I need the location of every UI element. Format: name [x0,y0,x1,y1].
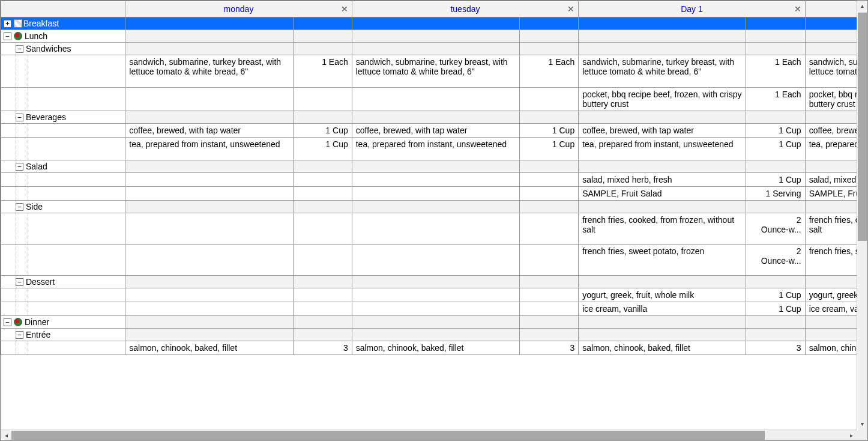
food-row[interactable]: french fries, cooked, from frozen, witho… [1,213,857,245]
qty-cell[interactable]: 1 Serving [746,187,805,201]
qty-num: 2 [797,215,801,225]
qty-cell[interactable]: 1 Cup [746,138,805,160]
food-cell[interactable]: sandwich, submarine, turkey breast, with… [352,55,519,88]
collapse-icon[interactable]: − [16,331,23,339]
qty-cell[interactable]: 1 Cup [746,124,805,138]
food-row[interactable]: ice cream, vanilla 1 Cup ice cream, vani… [1,302,857,316]
food-cell[interactable]: ice cream, vanilla [579,302,746,316]
food-cell[interactable]: coffee, brewed, with tap water [579,124,746,138]
food-row[interactable]: sandwich, submarine, turkey breast, with… [1,55,857,88]
collapse-icon[interactable]: − [16,203,23,211]
meal-row-dinner[interactable]: − Dinner [1,316,857,329]
food-cell[interactable]: sandwich, submarine, turkey breast, with… [805,55,857,88]
food-row[interactable]: coffee, brewed, with tap water 1 Cup cof… [1,124,857,138]
food-cell[interactable]: yogurt, greek, fruit, whole milk [579,288,746,302]
horizontal-scrollbar[interactable]: ◂ ▸ [1,430,857,440]
food-cell[interactable]: sandwich, submarine, turkey breast, with… [125,55,293,88]
food-row[interactable]: SAMPLE, Fruit Salad 1 Serving SAMPLE, Fr… [1,187,857,201]
close-icon[interactable]: ✕ [567,1,574,17]
food-row[interactable]: french fries, sweet potato, frozen 2Ounc… [1,245,857,276]
food-cell[interactable]: coffee, brewed, with tap water [805,124,857,138]
scroll-left-icon[interactable]: ◂ [1,430,11,440]
collapse-icon[interactable]: − [16,45,23,53]
food-row[interactable]: tea, prepared from instant, unsweetened … [1,138,857,160]
food-row[interactable]: salad, mixed herb, fresh 1 Cup salad, mi… [1,173,857,187]
food-row[interactable]: yogurt, greek, fruit, whole milk 1 Cup y… [1,288,857,302]
food-row[interactable]: salmon, chinook, baked, fillet 3 salmon,… [1,341,857,355]
food-cell[interactable]: salad, mixed herb, fresh [805,173,857,187]
category-row-beverages[interactable]: − Beverages [1,111,857,124]
expand-icon[interactable]: + [4,20,11,28]
food-cell[interactable]: salmon, chinook, baked, fillet [125,341,293,355]
qty-cell[interactable]: 1 Each [746,88,805,111]
food-cell[interactable]: tea, prepared from instant, unsweetened [579,138,746,160]
category-row-sandwiches[interactable]: − Sandwiches [1,43,857,55]
scroll-down-icon[interactable]: ▾ [857,419,867,430]
collapse-icon[interactable]: − [16,163,23,171]
qty-cell[interactable]: 1 Cup [520,124,579,138]
scroll-right-icon[interactable]: ▸ [846,430,857,440]
food-cell[interactable]: SAMPLE, Fruit Salad [805,187,857,201]
food-cell[interactable]: pocket, bbq recipe beef, frozen, with cr… [579,88,746,111]
qty-cell[interactable] [520,88,579,111]
food-cell[interactable]: french fries, sweet potato, frozen [579,245,746,276]
collapse-icon[interactable]: − [16,278,23,286]
close-icon[interactable]: ✕ [794,1,801,17]
vertical-scrollbar[interactable]: ▴ ▾ [857,1,867,430]
food-cell[interactable]: ice cream, vanilla [805,302,857,316]
category-row-dessert[interactable]: − Dessert [1,276,857,288]
qty-cell[interactable]: 1 Cup [293,124,352,138]
food-cell[interactable] [352,88,519,111]
food-cell[interactable]: coffee, brewed, with tap water [352,124,519,138]
collapse-icon[interactable]: − [16,114,23,121]
food-cell[interactable]: tea, prepared from instant, unsweetened [352,138,519,160]
food-row[interactable]: pocket, bbq recipe beef, frozen, with cr… [1,88,857,111]
food-cell[interactable]: french fries, cooked, from frozen, witho… [579,213,746,245]
close-icon[interactable]: ✕ [341,1,348,17]
food-cell[interactable]: tea, prepared from instant, unsweetened [125,138,293,160]
food-cell[interactable]: yogurt, greek, fruit, whole milk [805,288,857,302]
food-cell[interactable]: salmon, chinook, baked, fillet [805,341,857,355]
qty-cell[interactable]: 1 Each [293,55,352,88]
category-row-salad[interactable]: − Salad [1,160,857,173]
food-cell[interactable]: tea, prepared from instant, unsweetened [805,138,857,160]
food-cell[interactable]: pocket, bbq recipe beef, frozen, with cr… [805,88,857,111]
category-row-entree[interactable]: − Entrée [1,329,857,341]
qty-cell[interactable]: 1 Cup [746,173,805,187]
qty-cell[interactable]: 3 [520,341,579,355]
day-header-day1b[interactable]: Day 1 [805,1,857,17]
food-cell[interactable]: sandwich, submarine, turkey breast, with… [579,55,746,88]
day-header-day1a[interactable]: Day 1 ✕ [579,1,805,17]
scroll-thumb[interactable] [11,431,765,440]
food-cell[interactable]: salmon, chinook, baked, fillet [352,341,519,355]
day-header-tuesday[interactable]: tuesday ✕ [352,1,578,17]
qty-cell[interactable]: 3 [293,341,352,355]
meal-row-breakfast[interactable]: + Breakfast [1,17,857,30]
collapse-icon[interactable]: − [4,32,11,40]
food-cell[interactable]: french fries, sweet potato, frozen [805,245,857,276]
category-label: Side [26,202,43,211]
qty-cell[interactable]: 1 Each [746,55,805,88]
food-cell[interactable]: salmon, chinook, baked, fillet [579,341,746,355]
qty-cell[interactable] [293,88,352,111]
qty-cell[interactable]: 1 Each [520,55,579,88]
food-cell[interactable]: coffee, brewed, with tap water [125,124,293,138]
food-cell[interactable]: french fries, cooked, from frozen, witho… [805,213,857,245]
qty-cell[interactable]: 1 Cup [746,302,805,316]
scroll-up-icon[interactable]: ▴ [857,1,867,11]
qty-cell[interactable]: 1 Cup [520,138,579,160]
food-cell[interactable]: salad, mixed herb, fresh [579,173,746,187]
food-cell[interactable]: SAMPLE, Fruit Salad [579,187,746,201]
qty-cell[interactable]: 2Ounce-w... [746,213,805,245]
qty-cell[interactable]: 1 Cup [293,138,352,160]
qty-cell[interactable]: 1 Cup [746,288,805,302]
category-row-side[interactable]: − Side [1,201,857,213]
qty-cell[interactable]: 2Ounce-w... [746,245,805,276]
scroll-thumb[interactable] [858,13,867,241]
day-header-monday[interactable]: monday ✕ [125,1,352,17]
collapse-icon[interactable]: − [4,318,11,326]
meal-row-lunch[interactable]: − Lunch [1,30,857,43]
food-cell[interactable] [125,88,293,111]
meal-none-icon [14,19,22,28]
qty-cell[interactable]: 3 [746,341,805,355]
